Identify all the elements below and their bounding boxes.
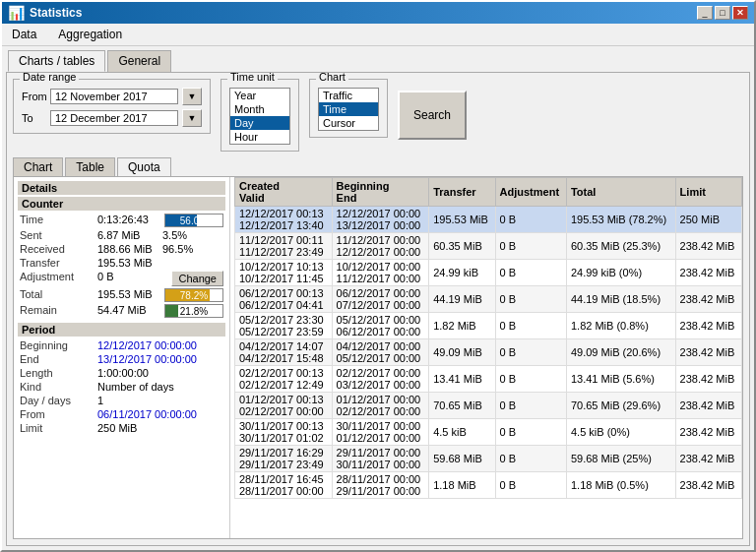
col-transfer: Transfer: [429, 178, 495, 207]
time-key: Time: [20, 214, 94, 227]
cell-total: 60.35 MiB (25.3%): [566, 233, 675, 260]
time-unit-month[interactable]: Month: [230, 102, 289, 116]
tab-general[interactable]: General: [107, 50, 171, 72]
table-row[interactable]: 29/11/2017 16:2929/11/2017 23:49 29/11/2…: [235, 446, 742, 472]
cell-total: 24.99 kiB (0%): [566, 260, 675, 286]
cell-beginning-end: 30/11/2017 00:0001/12/2017 00:00: [332, 419, 429, 446]
cell-beginning-end: 29/11/2017 00:0030/11/2017 00:00: [332, 446, 429, 472]
transfer-key: Transfer: [20, 257, 94, 269]
chart-type-time[interactable]: Time: [319, 102, 378, 116]
cell-limit: 250 MiB: [675, 207, 741, 233]
cell-adjustment: 0 B: [495, 260, 566, 286]
chart-type-cursor[interactable]: Cursor: [319, 116, 378, 130]
col-adjustment: Adjustment: [495, 178, 566, 207]
table-row[interactable]: 10/12/2017 10:1310/12/2017 11:45 10/12/2…: [235, 260, 742, 286]
daydays-row: Day / days 1: [18, 394, 225, 407]
chart-type-listbox: Traffic Time Cursor: [318, 88, 379, 131]
cell-transfer: 1.82 MiB: [429, 313, 495, 339]
time-unit-year[interactable]: Year: [230, 89, 289, 102]
menu-data[interactable]: Data: [6, 26, 42, 43]
table-row[interactable]: 04/12/2017 14:0704/12/2017 15:48 04/12/2…: [235, 339, 742, 366]
cell-limit: 238.42 MiB: [675, 233, 741, 260]
search-button[interactable]: Search: [398, 91, 467, 140]
change-button[interactable]: Change: [171, 271, 223, 286]
from-label: From: [22, 91, 46, 102]
to-calendar-button[interactable]: ▼: [182, 109, 202, 127]
chart-type-traffic[interactable]: Traffic: [319, 89, 378, 102]
time-unit-hour[interactable]: Hour: [230, 130, 289, 144]
to-input[interactable]: [50, 110, 178, 126]
daydays-key: Day / days: [20, 395, 94, 406]
cell-beginning-end: 12/12/2017 00:0013/12/2017 00:00: [332, 207, 429, 233]
maximize-button[interactable]: □: [715, 6, 730, 20]
cell-adjustment: 0 B: [495, 233, 566, 260]
col-created-valid: CreatedValid: [235, 178, 333, 207]
table-row[interactable]: 02/12/2017 00:1302/12/2017 12:49 02/12/2…: [235, 366, 742, 393]
table-row[interactable]: 11/12/2017 00:1111/12/2017 23:49 11/12/2…: [235, 233, 742, 260]
cell-beginning-end: 04/12/2017 00:0005/12/2017 00:00: [332, 339, 429, 366]
cell-transfer: 195.53 MiB: [429, 207, 495, 233]
cell-total: 70.65 MiB (29.6%): [566, 393, 675, 419]
cell-adjustment: 0 B: [495, 393, 566, 419]
kind-val: Number of days: [97, 381, 223, 393]
end-val: 13/12/2017 00:00:00: [97, 353, 223, 365]
cell-transfer: 59.68 MiB: [429, 446, 495, 472]
sent-pct: 3.5%: [162, 229, 223, 241]
total-key: Total: [20, 288, 94, 302]
daydays-val: 1: [97, 395, 223, 406]
cell-total: 1.18 MiB (0.5%): [566, 472, 675, 499]
cell-adjustment: 0 B: [495, 366, 566, 393]
minimize-button[interactable]: _: [697, 6, 713, 20]
app-icon: 📊: [8, 5, 25, 21]
cell-transfer: 24.99 kiB: [429, 260, 495, 286]
adjustment-key: Adjustment: [20, 271, 94, 286]
inner-tab-chart[interactable]: Chart: [13, 157, 63, 176]
cell-transfer: 60.35 MiB: [429, 233, 495, 260]
cell-created-valid: 10/12/2017 10:1310/12/2017 11:45: [235, 260, 333, 286]
cell-adjustment: 0 B: [495, 207, 566, 233]
table-row[interactable]: 06/12/2017 00:1306/12/2017 04:41 06/12/2…: [235, 286, 742, 313]
cell-total: 13.41 MiB (5.6%): [566, 366, 675, 393]
cell-transfer: 4.5 kiB: [429, 419, 495, 446]
end-row: End 13/12/2017 00:00:00: [18, 352, 225, 366]
to-row: To ▼: [22, 109, 202, 127]
cell-adjustment: 0 B: [495, 472, 566, 499]
col-beginning-end: BeginningEnd: [332, 178, 429, 207]
window-title: Statistics: [30, 6, 82, 20]
remain-progress: 21.8%: [164, 304, 223, 318]
menu-aggregation[interactable]: Aggregation: [52, 26, 128, 43]
transfer-row: Transfer 195.53 MiB: [18, 256, 225, 270]
inner-tab-table[interactable]: Table: [65, 157, 115, 176]
time-row: Time 0:13:26:43 56.0%: [18, 213, 225, 228]
inner-tab-quota[interactable]: Quota: [117, 157, 171, 176]
cell-adjustment: 0 B: [495, 419, 566, 446]
cell-beginning-end: 11/12/2017 00:0012/12/2017 00:00: [332, 233, 429, 260]
cell-beginning-end: 01/12/2017 00:0002/12/2017 00:00: [332, 393, 429, 419]
time-unit-label: Time unit: [227, 72, 278, 83]
table-row[interactable]: 28/11/2017 16:4528/11/2017 00:00 28/11/2…: [235, 472, 742, 499]
from-calendar-button[interactable]: ▼: [182, 88, 202, 105]
time-unit-day[interactable]: Day: [230, 116, 289, 130]
close-button[interactable]: ✕: [732, 6, 748, 20]
time-progress: 56.0%: [164, 214, 223, 227]
table-row[interactable]: 05/12/2017 23:3005/12/2017 23:59 05/12/2…: [235, 313, 742, 339]
from-input[interactable]: [50, 89, 178, 104]
transfer-val: 195.53 MiB: [97, 257, 223, 269]
from-info-row: From 06/11/2017 00:00:00: [18, 407, 225, 421]
left-panel: Details Counter Time 0:13:26:43 56.0% Se…: [14, 177, 230, 538]
cell-total: 4.5 kiB (0%): [566, 419, 675, 446]
top-controls: Date range From ▼ To ▼ Time unit Year Mo…: [13, 79, 743, 152]
tab-charts-tables[interactable]: Charts / tables: [8, 50, 105, 72]
cell-created-valid: 29/11/2017 16:2929/11/2017 23:49: [235, 446, 333, 472]
to-label: To: [22, 112, 46, 124]
table-row[interactable]: 01/12/2017 00:1302/12/2017 00:00 01/12/2…: [235, 393, 742, 419]
table-row[interactable]: 12/12/2017 00:1312/12/2017 13:40 12/12/2…: [235, 207, 742, 233]
beginning-key: Beginning: [20, 339, 94, 351]
menu-bar: Data Aggregation: [2, 24, 754, 46]
table-row[interactable]: 30/11/2017 00:1330/11/2017 01:02 30/11/2…: [235, 419, 742, 446]
period-header: Period: [18, 323, 225, 337]
remain-progress-text: 21.8%: [165, 305, 222, 317]
end-key: End: [20, 353, 94, 365]
main-window: 📊 Statistics _ □ ✕ Data Aggregation Char…: [0, 0, 756, 552]
cell-limit: 238.42 MiB: [675, 313, 741, 339]
